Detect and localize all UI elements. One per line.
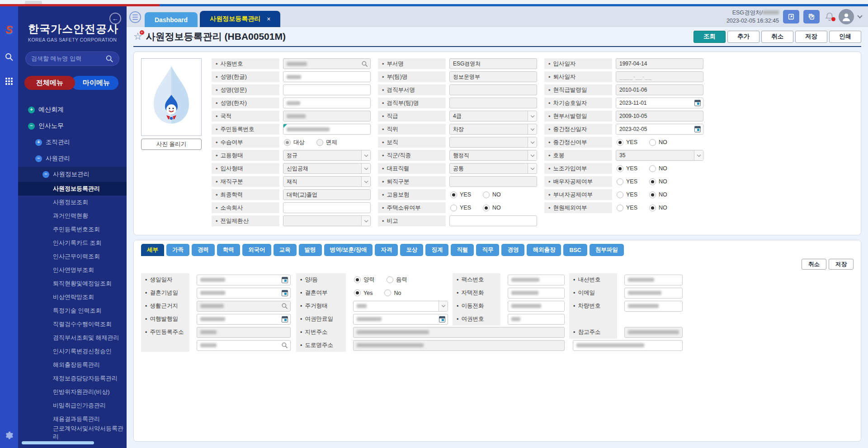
- radio-selected-icon[interactable]: [284, 139, 291, 146]
- user-menu-chevron-icon[interactable]: [857, 13, 862, 18]
- radio-unselected-icon[interactable]: [649, 139, 656, 146]
- radio-option[interactable]: YES: [617, 165, 637, 172]
- detail-tab-2[interactable]: 가족: [166, 244, 189, 256]
- action-button-save[interactable]: 저장: [795, 31, 827, 43]
- open-new-window-icon[interactable]: [783, 10, 799, 23]
- detail-tab-6[interactable]: 교육: [274, 244, 297, 256]
- select-field[interactable]: 35: [616, 150, 703, 161]
- radio-option[interactable]: NO: [483, 191, 501, 198]
- radio-option[interactable]: 대상: [284, 139, 305, 146]
- radio-option[interactable]: YES: [617, 205, 637, 211]
- calendar-icon[interactable]: [282, 290, 288, 296]
- collapse-minus-icon[interactable]: −: [35, 155, 42, 162]
- select-field[interactable]: 재직: [283, 176, 371, 187]
- text-input[interactable]: [283, 124, 371, 135]
- radio-selected-icon[interactable]: [617, 139, 623, 146]
- radio-unselected-icon[interactable]: [617, 178, 623, 185]
- radio-option[interactable]: YES: [450, 191, 471, 198]
- detail-tab-3[interactable]: 경력: [192, 244, 215, 256]
- radio-option[interactable]: YES: [617, 178, 637, 185]
- chevron-down-icon[interactable]: [361, 177, 370, 187]
- sidebar-item[interactable]: 재정보증담당자등록관리: [18, 372, 127, 385]
- radio-selected-icon[interactable]: [450, 191, 457, 198]
- calendar-icon[interactable]: [694, 126, 701, 132]
- detail-tab-17[interactable]: 첨부파일: [590, 244, 624, 256]
- settings-gear-icon[interactable]: [5, 431, 14, 440]
- menu-search-input[interactable]: 검색할 메뉴명 입력: [25, 51, 119, 66]
- window-tab-active[interactable]: 사원정보등록관리×: [200, 11, 280, 27]
- text-input[interactable]: [624, 275, 683, 285]
- magnifier-icon[interactable]: [281, 303, 288, 309]
- sidebar-item[interactable]: 비밀취급인가증관리: [18, 399, 127, 412]
- text-input[interactable]: [624, 288, 683, 299]
- radio-option[interactable]: NO: [649, 165, 667, 172]
- text-input[interactable]: [283, 98, 371, 108]
- radio-option[interactable]: 음력: [387, 276, 407, 284]
- radio-option[interactable]: 양력: [354, 276, 375, 284]
- select-field[interactable]: 정규: [283, 150, 371, 161]
- collapse-minus-icon[interactable]: −: [28, 123, 35, 130]
- radio-selected-icon[interactable]: [649, 191, 656, 198]
- search-icon[interactable]: [5, 52, 14, 61]
- select-field[interactable]: [283, 215, 371, 226]
- chevron-down-icon[interactable]: [361, 163, 370, 173]
- calendar-icon[interactable]: [282, 277, 288, 283]
- detail-tab-11[interactable]: 징계: [425, 244, 448, 256]
- my-menu-button[interactable]: 마이메뉴: [71, 76, 118, 90]
- detail-tab-4[interactable]: 학력: [217, 244, 240, 256]
- text-input[interactable]: [283, 84, 371, 95]
- detail-tab-16[interactable]: BSC: [563, 244, 587, 256]
- sidebar-item[interactable]: 사원정보조회: [18, 196, 127, 209]
- calendar-icon[interactable]: [694, 100, 701, 106]
- radio-unselected-icon[interactable]: [384, 289, 391, 296]
- radio-option[interactable]: NO: [649, 178, 667, 185]
- detail-tab-10[interactable]: 포상: [400, 244, 423, 256]
- text-input[interactable]: [283, 71, 371, 82]
- detail-save-button[interactable]: 저장: [829, 259, 854, 270]
- photo-upload-button[interactable]: 사진 올리기: [141, 139, 202, 150]
- all-menu-button[interactable]: 전체메뉴: [24, 76, 75, 90]
- radio-option[interactable]: NO: [649, 139, 667, 146]
- select-field[interactable]: 차장: [449, 124, 537, 135]
- sidebar-item[interactable]: 인사근무이력조회: [18, 250, 127, 263]
- calendar-icon[interactable]: [439, 316, 445, 322]
- duplicate-window-icon[interactable]: [803, 10, 820, 23]
- expand-plus-icon[interactable]: +: [28, 107, 35, 113]
- radio-unselected-icon[interactable]: [617, 205, 623, 211]
- text-input[interactable]: [508, 275, 565, 285]
- search-input[interactable]: [197, 340, 291, 351]
- radio-selected-icon[interactable]: [354, 276, 361, 283]
- search-input[interactable]: [283, 58, 371, 69]
- detail-tab-7[interactable]: 발령: [299, 244, 322, 256]
- sidebar-item-active[interactable]: 사원정보등록관리: [18, 182, 127, 196]
- hamburger-icon[interactable]: [129, 11, 141, 23]
- close-tab-icon[interactable]: ×: [267, 15, 270, 23]
- action-button-cancel[interactable]: 취소: [761, 31, 793, 43]
- chevron-down-icon[interactable]: [528, 111, 537, 121]
- radio-option[interactable]: YES: [617, 191, 637, 198]
- sidebar-item[interactable]: 직렬검수수행이력조회: [18, 317, 127, 331]
- chevron-down-icon[interactable]: [694, 150, 703, 160]
- select-field[interactable]: [353, 301, 448, 312]
- radio-selected-icon[interactable]: [483, 205, 490, 211]
- sidebar-item[interactable]: 퇴직현황및예정일조회: [18, 277, 127, 290]
- radio-unselected-icon[interactable]: [483, 191, 490, 198]
- magnifier-icon[interactable]: [361, 61, 368, 67]
- text-input[interactable]: [508, 314, 565, 325]
- date-input[interactable]: [197, 314, 291, 325]
- action-button-add[interactable]: 추가: [727, 31, 760, 43]
- sidebar-item[interactable]: 주민등록번호조회: [18, 223, 127, 236]
- radio-unselected-icon[interactable]: [617, 191, 623, 198]
- collapse-minus-icon[interactable]: −: [42, 171, 49, 178]
- sidebar-item[interactable]: +예산회계: [18, 102, 127, 118]
- sidebar-item[interactable]: 과거인력현황: [18, 209, 127, 223]
- date-input[interactable]: [197, 288, 291, 299]
- text-input[interactable]: [573, 340, 683, 351]
- sidebar-item[interactable]: 겸직부서조회및 해제관리: [18, 331, 127, 345]
- date-input[interactable]: 2023-11-01: [616, 98, 703, 108]
- sidebar-item[interactable]: 민방위자원관리(비상): [18, 385, 127, 399]
- radio-option[interactable]: NO: [649, 205, 667, 211]
- detail-tab-8[interactable]: 병역/보훈/장애: [324, 244, 373, 256]
- radio-selected-icon[interactable]: [649, 178, 656, 185]
- radio-unselected-icon[interactable]: [450, 205, 457, 211]
